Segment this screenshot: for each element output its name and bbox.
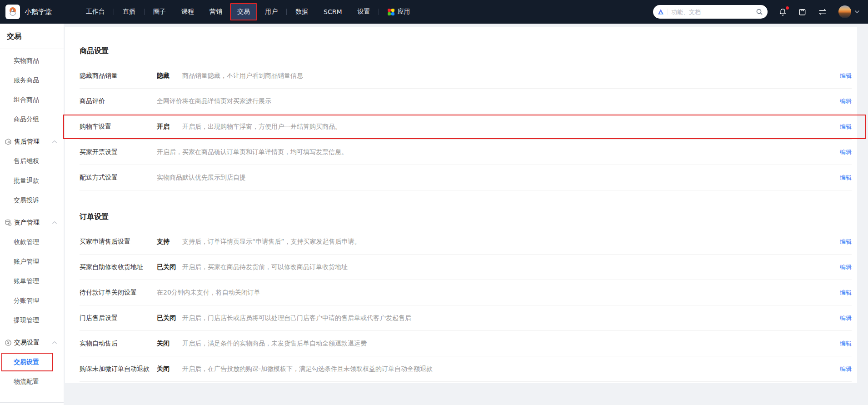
nav-item-settings[interactable]: 设置 [349,0,378,24]
sidebar-item-label: 物流配置 [14,378,39,386]
setting-label: 实物自动售后 [80,340,157,348]
chevron-up-icon[interactable] [52,341,57,345]
sidebar-item-label: 服务商品 [14,76,39,85]
sidebar-item-label: 收款管理 [14,238,39,246]
sidebar-group-asset-management[interactable]: 资产管理 [0,213,64,232]
sidebar-divider [0,49,64,49]
sidebar-item-trade-settings[interactable]: 交易设置 [0,352,64,372]
nav-item-users[interactable]: 用户 [257,0,285,24]
aftersale-badge-icon [5,138,12,145]
search-icon[interactable] [756,8,763,15]
setting-value: 隐藏 [157,72,182,80]
setting-value: 支持 [157,238,182,246]
nav-item-label: 数据 [295,8,308,16]
search-input[interactable] [671,9,753,15]
main-content: 商品设置隐藏商品销量隐藏商品销量隐藏，不让用户看到商品销量信息编辑商品评价全网评… [64,24,868,405]
sidebar-group-trade-settings-group[interactable]: 交易设置 [0,333,64,352]
avatar[interactable] [838,5,851,18]
chevron-up-icon[interactable] [52,140,57,144]
goose-logo-icon [7,6,18,17]
nav-item-label: 设置 [357,8,370,16]
sidebar: 交易 实物商品服务商品组合商品商品分组售后管理售后维权批量退款交易投诉资产管理收… [0,24,64,405]
nav-separator [144,9,145,15]
sidebar-item-physical-goods[interactable]: 实物商品 [0,51,64,70]
nav-item-apps[interactable]: 应用 [380,0,418,24]
sidebar-group-label: 交易设置 [14,339,40,347]
edit-button[interactable]: 编辑 [831,238,852,246]
switch-account-button[interactable] [818,8,828,16]
nav-item-marketing[interactable]: 营销 [202,0,230,24]
edit-button[interactable]: 编辑 [831,289,852,297]
setting-row-buyer-invoice: 买家开票设置开启后，买家在商品确认订单页和订单详情页，均可填写发票信息。编辑 [80,140,852,165]
nav-item-label: 应用 [397,8,410,16]
shop-button[interactable] [798,8,807,16]
layout: 交易 实物商品服务商品组合商品商品分组售后管理售后维权批量退款交易投诉资产管理收… [0,24,868,405]
sidebar-item-withdrawal-management[interactable]: 提现管理 [0,310,64,330]
edit-button[interactable]: 编辑 [831,314,852,322]
nav-item-trade[interactable]: 交易 [230,3,257,20]
section-title-goods-settings: 商品设置 [80,27,852,63]
sidebar-item-account-management[interactable]: 账户管理 [0,252,64,271]
edit-button[interactable]: 编辑 [831,263,852,271]
nav-separator [379,9,379,15]
apps-grid-icon [388,9,394,15]
user-menu[interactable] [838,5,860,18]
edit-button[interactable]: 编辑 [831,123,852,131]
sidebar-item-trade-complaint[interactable]: 交易投诉 [0,190,64,210]
sidebar-item-service-goods[interactable]: 服务商品 [0,70,64,90]
setting-desc: 开启后，在广告投放的购课-加微模板下，满足勾选条件且未领取权益的订单自动全额退款 [182,365,831,373]
nav-item-course[interactable]: 课程 [174,0,202,24]
sidebar-item-payment-collection[interactable]: 收款管理 [0,232,64,252]
setting-row-physical-auto-aftersale: 实物自动售后关闭开启后，满足条件的实物商品，未发货售后单自动全额退款退运费编辑 [80,331,852,356]
nav-item-live[interactable]: 直播 [115,0,143,24]
sidebar-bottom-divider [0,402,64,403]
sidebar-item-goods-groups[interactable]: 商品分组 [0,110,64,129]
sidebar-group-aftersale-management[interactable]: 售后管理 [0,132,64,151]
nav-item-label: 交易 [237,8,250,16]
nav-item-community[interactable]: 圈子 [145,0,174,24]
setting-value: 已关闭 [157,314,182,322]
assistant-logo-icon [657,8,664,15]
sidebar-item-aftersale-rights[interactable]: 售后维权 [0,151,64,171]
app-logo[interactable] [5,5,20,19]
search-box[interactable] [653,5,768,19]
setting-label: 购课未加微订单自动退款 [80,365,157,373]
edit-button[interactable]: 编辑 [831,174,852,182]
coin-settings-icon [5,339,12,346]
setting-label: 隐藏商品销量 [80,72,157,80]
setting-label: 门店售后设置 [80,314,157,322]
setting-row-cart-settings: 购物车设置开启开启后，出现购物车浮窗，方便用户一并结算购买商品。编辑 [80,114,852,140]
sidebar-group-label: 资产管理 [14,219,40,227]
sidebar-item-logistics-config[interactable]: 物流配置 [0,372,64,391]
setting-row-buyer-edit-address: 买家自助修改收货地址已关闭开启后，买家在商品待发货前，可以修改商品订单收货地址编… [80,255,852,280]
edit-button[interactable]: 编辑 [831,365,852,373]
nav-item-label: 直播 [123,8,135,16]
setting-desc: 全网评价将在商品详情页对买家进行展示 [157,97,831,105]
sidebar-item-split-account[interactable]: 分账管理 [0,291,64,310]
setting-row-unpaid-order-close: 待付款订单关闭设置在20分钟内未支付，将自动关闭订单编辑 [80,280,852,305]
setting-row-buyer-aftersale-apply: 买家申请售后设置支持支持后，订单详情页显示“申请售后”，支持买家发起售后申请。编… [80,229,852,255]
notifications-button[interactable] [778,8,787,16]
edit-button[interactable]: 编辑 [831,72,852,80]
sidebar-item-label: 交易投诉 [14,196,39,205]
setting-label: 配送方式设置 [80,174,157,182]
setting-label: 买家申请售后设置 [80,238,157,246]
sidebar-item-bill-management[interactable]: 账单管理 [0,271,64,291]
edit-button[interactable]: 编辑 [831,148,852,156]
sidebar-item-combo-goods[interactable]: 组合商品 [0,90,64,110]
setting-desc: 支持后，订单详情页显示“申请售后”，支持买家发起售后申请。 [182,238,831,246]
setting-value: 已关闭 [157,263,182,271]
setting-label: 商品评价 [80,97,157,105]
edit-button[interactable]: 编辑 [831,340,852,348]
chevron-up-icon[interactable] [52,221,57,225]
setting-label: 待付款订单关闭设置 [80,289,157,297]
edit-button[interactable]: 编辑 [831,97,852,105]
setting-value: 开启 [157,123,182,131]
nav-separator [114,9,114,15]
nav-item-workbench[interactable]: 工作台 [78,0,113,24]
sidebar-item-batch-refund[interactable]: 批量退款 [0,171,64,190]
nav-item-scrm[interactable]: SCRM [316,0,349,24]
nav-item-data[interactable]: 数据 [288,0,316,24]
nav-item-label: 用户 [265,8,278,16]
sidebar-title: 交易 [0,32,64,49]
